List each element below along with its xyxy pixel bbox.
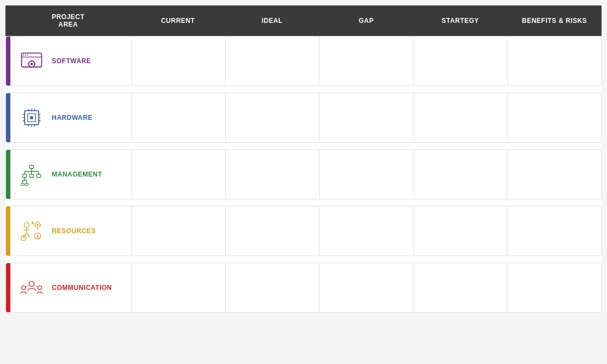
header-ideal: IDEAL xyxy=(225,5,320,36)
svg-text:$: $ xyxy=(37,234,39,239)
svg-point-59 xyxy=(22,286,26,289)
software-strategy xyxy=(413,37,507,86)
svg-rect-40 xyxy=(25,184,28,186)
resources-gap xyxy=(319,207,413,256)
svg-point-47 xyxy=(37,224,39,226)
row-resources: $ RESOURCES xyxy=(5,206,602,256)
row-management: MANAGEMENT xyxy=(5,149,602,199)
svg-point-58 xyxy=(29,281,34,286)
software-icon xyxy=(18,47,45,75)
hardware-gap xyxy=(319,93,413,142)
svg-rect-32 xyxy=(23,174,27,178)
resources-current xyxy=(131,207,225,256)
hardware-current xyxy=(131,93,225,142)
header-project-area: PROJECTAREA xyxy=(5,5,131,36)
management-strategy xyxy=(413,150,507,199)
hardware-ideal xyxy=(225,93,319,142)
svg-line-62 xyxy=(34,285,38,287)
software-benefits xyxy=(507,37,601,86)
svg-point-7 xyxy=(31,63,33,65)
svg-point-10 xyxy=(27,54,28,56)
header-gap: GAP xyxy=(319,5,413,36)
hardware-label: HARDWARE xyxy=(52,114,93,122)
row-software: SOFTWARE xyxy=(5,36,602,86)
communication-gap xyxy=(319,263,413,312)
management-ideal xyxy=(225,150,319,199)
software-gap xyxy=(319,37,413,86)
management-icon xyxy=(18,161,45,188)
resources-label: RESOURCES xyxy=(52,227,96,235)
software-area-cell: SOFTWARE xyxy=(6,37,131,86)
svg-point-41 xyxy=(24,222,29,227)
svg-rect-33 xyxy=(29,174,33,178)
communication-benefits xyxy=(507,263,601,312)
management-label: MANAGEMENT xyxy=(52,171,102,178)
row-communication: COMMUNICATION xyxy=(5,263,602,313)
header-benefits-risks: BENEFITS & RISKS xyxy=(507,5,602,36)
svg-line-61 xyxy=(26,285,29,287)
svg-point-60 xyxy=(38,286,41,289)
resources-icon: $ xyxy=(18,217,45,245)
hardware-icon xyxy=(18,104,45,131)
row-hardware: HARDWARE xyxy=(5,93,602,143)
svg-rect-39 xyxy=(21,184,25,186)
svg-rect-26 xyxy=(29,166,33,169)
hardware-area-cell: HARDWARE xyxy=(6,93,131,142)
software-ideal xyxy=(225,37,319,86)
communication-area-cell: COMMUNICATION xyxy=(6,263,131,312)
management-benefits xyxy=(507,150,601,199)
svg-rect-25 xyxy=(30,116,33,119)
svg-point-9 xyxy=(25,54,26,56)
resources-strategy xyxy=(413,207,507,256)
svg-point-8 xyxy=(23,54,24,56)
svg-rect-34 xyxy=(37,174,40,178)
communication-ideal xyxy=(225,263,319,312)
management-current xyxy=(131,150,225,199)
resources-area-cell: $ RESOURCES xyxy=(6,207,131,256)
management-area-cell: MANAGEMENT xyxy=(6,150,131,199)
communication-strategy xyxy=(413,263,507,312)
resources-benefits xyxy=(507,207,601,256)
hardware-strategy xyxy=(413,93,507,142)
communication-icon xyxy=(18,274,45,301)
svg-point-57 xyxy=(32,222,34,225)
header-current: CURRENT xyxy=(131,5,225,36)
header-strategy: STARTEGY xyxy=(413,5,508,36)
software-label: SOFTWARE xyxy=(52,57,91,65)
svg-line-45 xyxy=(27,233,30,237)
table-header: PROJECTAREA CURRENT IDEAL GAP STARTEGY B… xyxy=(5,5,602,36)
communication-current xyxy=(131,263,225,312)
resources-ideal xyxy=(225,207,319,256)
hardware-benefits xyxy=(507,93,601,142)
communication-label: COMMUNICATION xyxy=(52,284,112,292)
main-table: PROJECTAREA CURRENT IDEAL GAP STARTEGY B… xyxy=(5,5,602,313)
management-gap xyxy=(319,150,413,199)
software-current xyxy=(131,37,225,86)
